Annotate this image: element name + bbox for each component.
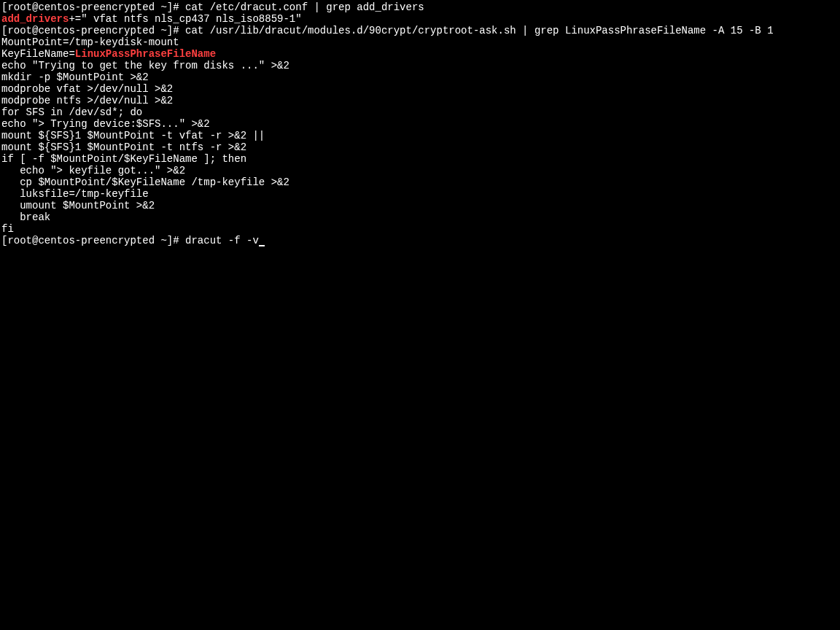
terminal-line: modprobe ntfs >/dev/null >&2 [1, 95, 839, 106]
terminal-line: echo "> keyfile got..." >&2 [1, 165, 839, 176]
terminal-line: echo "Trying to get the key from disks .… [1, 60, 839, 71]
line-text: umount $MountPoint >&2 [1, 200, 155, 211]
line-text: cp $MountPoint/$KeyFileName /tmp-keyfile… [1, 176, 289, 188]
line-text: MountPoint=/tmp-keydisk-mount [1, 36, 179, 48]
line-text: fi [1, 223, 14, 235]
grep-match: LinuxPassPhraseFileName [75, 48, 216, 60]
line-text: [root@centos-preencrypted ~]# dracut -f … [1, 235, 259, 246]
line-text: KeyFileName= [1, 48, 75, 60]
terminal-line: umount $MountPoint >&2 [1, 200, 839, 211]
line-text: modprobe ntfs >/dev/null >&2 [1, 95, 173, 106]
line-text: echo "> keyfile got..." >&2 [1, 165, 185, 176]
terminal-line: cp $MountPoint/$KeyFileName /tmp-keyfile… [1, 176, 839, 188]
terminal-line: mount ${SFS}1 $MountPoint -t vfat -r >&2… [1, 130, 839, 141]
line-text: modprobe vfat >/dev/null >&2 [1, 83, 173, 95]
terminal-line: [root@centos-preencrypted ~]# cat /etc/d… [1, 1, 839, 13]
line-text: echo "> Trying device:$SFS..." >&2 [1, 118, 210, 130]
line-text: for SFS in /dev/sd*; do [1, 106, 142, 118]
terminal-line: [root@centos-preencrypted ~]# cat /usr/l… [1, 25, 839, 36]
terminal-line: for SFS in /dev/sd*; do [1, 106, 839, 118]
terminal-line: mkdir -p $MountPoint >&2 [1, 71, 839, 83]
cursor-icon [259, 245, 265, 246]
line-text: mkdir -p $MountPoint >&2 [1, 71, 149, 83]
terminal-line: mount ${SFS}1 $MountPoint -t ntfs -r >&2 [1, 141, 839, 153]
line-text: mount ${SFS}1 $MountPoint -t vfat -r >&2… [1, 130, 265, 141]
terminal-line: [root@centos-preencrypted ~]# dracut -f … [1, 235, 839, 246]
line-text: [root@centos-preencrypted ~]# cat /etc/d… [1, 1, 424, 13]
terminal-line: echo "> Trying device:$SFS..." >&2 [1, 118, 839, 130]
line-text: luksfile=/tmp-keyfile [1, 188, 149, 200]
terminal-output[interactable]: [root@centos-preencrypted ~]# cat /etc/d… [1, 1, 839, 246]
line-text: [root@centos-preencrypted ~]# cat /usr/l… [1, 25, 774, 36]
terminal-line: break [1, 211, 839, 223]
terminal-line: KeyFileName=LinuxPassPhraseFileName [1, 48, 839, 60]
terminal-line: modprobe vfat >/dev/null >&2 [1, 83, 839, 95]
line-text: echo "Trying to get the key from disks .… [1, 60, 289, 71]
line-text: mount ${SFS}1 $MountPoint -t ntfs -r >&2 [1, 141, 246, 153]
terminal-line: fi [1, 223, 839, 235]
line-text: if [ -f $MountPoint/$KeyFileName ]; then [1, 153, 246, 165]
terminal-line: add_drivers+=" vfat ntfs nls_cp437 nls_i… [1, 13, 839, 25]
terminal-line: if [ -f $MountPoint/$KeyFileName ]; then [1, 153, 839, 165]
grep-match: add_drivers [1, 13, 69, 25]
line-text: +=" vfat ntfs nls_cp437 nls_iso8859-1" [69, 13, 301, 25]
terminal-line: luksfile=/tmp-keyfile [1, 188, 839, 200]
terminal-line: MountPoint=/tmp-keydisk-mount [1, 36, 839, 48]
line-text: break [1, 211, 50, 223]
